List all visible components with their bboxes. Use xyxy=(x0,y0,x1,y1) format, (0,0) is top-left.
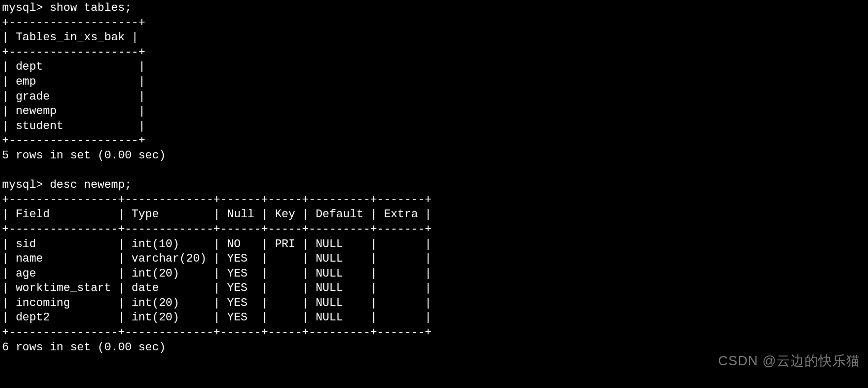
command1: show tables; xyxy=(50,2,131,14)
table1-header: Tables_in_xs_bak xyxy=(15,31,124,44)
cell: NULL xyxy=(315,252,343,265)
table-row: grade xyxy=(15,90,50,103)
table-row: dept xyxy=(15,60,43,73)
cell: varchar(20) xyxy=(132,252,207,265)
cell: NO xyxy=(227,238,241,251)
table-row: emp xyxy=(15,75,36,88)
cell: NULL xyxy=(315,267,343,280)
watermark: CSDN @云边的快乐猫 xyxy=(718,352,860,370)
cell: YES xyxy=(227,297,248,310)
prompt: mysql> xyxy=(2,179,43,191)
prompt: mysql> xyxy=(2,2,43,14)
col-header: Extra xyxy=(384,208,418,221)
col-header: Key xyxy=(275,208,295,221)
table-row: newemp xyxy=(15,105,56,118)
cell: NULL xyxy=(315,238,343,251)
cell: NULL xyxy=(315,311,343,324)
status2: 6 rows in set (0.00 sec) xyxy=(2,341,166,354)
terminal-output: mysql> show tables; +-------------------… xyxy=(2,1,866,355)
cell: int(20) xyxy=(132,297,179,310)
cell: YES xyxy=(227,252,248,265)
col-header: Null xyxy=(227,208,255,221)
cell: int(20) xyxy=(132,267,179,280)
col-header: Field xyxy=(15,208,50,221)
status1: 5 rows in set (0.00 sec) xyxy=(2,149,166,162)
cell: NULL xyxy=(315,297,343,310)
cell: YES xyxy=(227,282,248,295)
cell: name xyxy=(15,252,43,265)
cell: int(20) xyxy=(132,311,179,324)
cell: YES xyxy=(227,311,248,324)
cell: int(10) xyxy=(132,238,179,251)
col-header: Type xyxy=(132,208,159,221)
cell: YES xyxy=(227,267,248,280)
cell: dept2 xyxy=(15,311,50,324)
command2: desc newemp; xyxy=(50,179,131,191)
cell: incoming xyxy=(15,297,70,310)
cell: date xyxy=(132,282,159,295)
cell: PRI xyxy=(275,238,295,251)
cell: sid xyxy=(15,238,36,251)
cell: worktime_start xyxy=(15,282,111,295)
col-header: Default xyxy=(315,208,363,221)
cell: NULL xyxy=(315,282,343,295)
table-row: student xyxy=(15,120,63,133)
cell: age xyxy=(15,267,36,280)
